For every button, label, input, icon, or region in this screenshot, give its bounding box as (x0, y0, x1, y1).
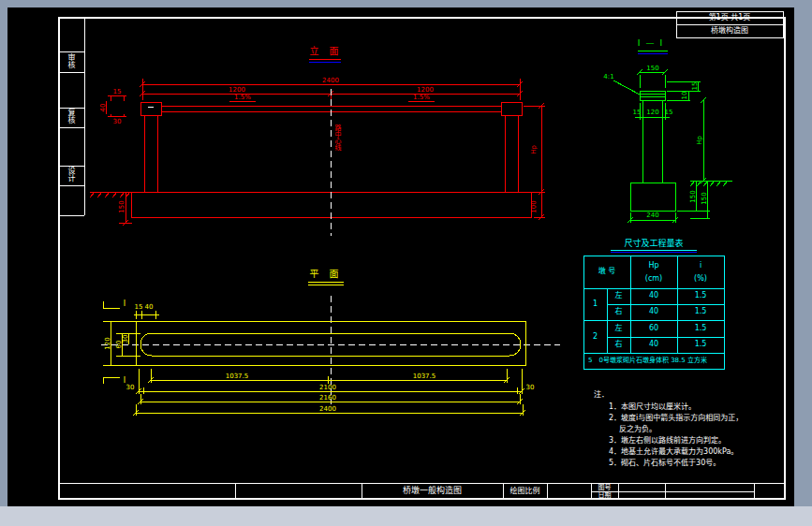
dim-footing-height: 100 (530, 200, 538, 212)
dim-end-left: 30 (126, 384, 135, 391)
table-cell-pier2: 2 (583, 333, 607, 341)
table-cell-i: 1.5 (677, 325, 724, 332)
dim-body: 2100 (319, 384, 336, 391)
page-info-row1: 第1页 共1页 (676, 14, 783, 22)
note-item: 3．墩左右侧以路线前进方向判定。 (609, 437, 726, 445)
col-header-i-unit: (%) (677, 275, 724, 283)
dim-width-outer: 120 (104, 337, 111, 349)
dim-edge-left: 15 (633, 109, 642, 116)
dim-det-side: 40 (99, 104, 107, 112)
table-cell-hp: 40 (630, 341, 677, 348)
col-header-i: i (677, 262, 724, 270)
dim-det-top: 15 (113, 88, 122, 95)
table-cell-side: 右 (607, 308, 630, 315)
section-mark-top: Ⅰ (124, 300, 125, 308)
section-title: Ⅰ—Ⅰ (629, 39, 676, 48)
dim-shaft-width: 120 (646, 109, 658, 116)
dim-edge-a: 15 (135, 303, 143, 311)
dim-embed-a: 150 (689, 190, 697, 202)
dim-half-left: 1037.5 (226, 373, 249, 380)
dim-len-mid: 2160 (319, 394, 336, 402)
dim-cap-height: 10 (681, 92, 688, 100)
dim-shaft-height: Hp (696, 136, 703, 145)
table-cell-hp: 60 (630, 325, 677, 332)
centerlines (101, 89, 560, 404)
dim-width-half: 30 (122, 335, 129, 343)
dim-edge-b: 40 (145, 303, 154, 311)
elevation-title: 立 面 (302, 47, 350, 56)
table-cell-side: 左 (607, 325, 630, 332)
dim-embed: 150 (118, 200, 125, 212)
road-centerline-label: 路中心线 (333, 124, 340, 162)
table-cell-i: 1.5 (677, 341, 724, 348)
sidebar-cell-reviewer: 审核 (66, 53, 74, 72)
table-cell-i: 1.5 (677, 308, 724, 315)
table-cell-i: 1.5 (677, 292, 724, 300)
notes-label: 注． (594, 391, 609, 399)
note-item: 5．砌石、片石标号不低于30号。 (609, 460, 720, 467)
table-footer-total: 5 0号墩浆砌片石墩身体积 38.5 立方米 (588, 358, 722, 364)
table-cell-hp: 40 (630, 292, 677, 300)
note-item: 2．坡度i与图中箭头指示方向相同为正， (609, 415, 743, 422)
drawing-number-label: 图号 (591, 485, 618, 491)
dim-cap-offset: 15 (691, 82, 699, 91)
table-cell-pier1: 1 (583, 300, 607, 308)
section-linework (613, 51, 732, 223)
dim-end-right: 30 (526, 384, 535, 391)
sidebar-cell-checker: 复核 (66, 109, 74, 127)
dim-right-half: 1200 (417, 86, 434, 94)
dim-height: Hp (530, 145, 538, 154)
col-header-hp-unit: (cm) (630, 275, 677, 283)
dim-left-half: 1200 (229, 86, 245, 94)
cad-viewer-window: 2400 1200 1200 1.5% 1.5% Hp 100 15 40 30… (0, 0, 812, 526)
table-cell-side: 左 (607, 292, 630, 300)
plan-linework (103, 282, 525, 416)
dim-batter: 4:1 (603, 73, 613, 80)
dim-edge-right: 15 (665, 109, 673, 116)
drawing-title: 桥墩一般构造图 (362, 487, 503, 495)
dim-det-bottom: 30 (113, 118, 122, 125)
dim-half-right: 1037.5 (413, 373, 436, 380)
dim-overall: 2400 (322, 77, 339, 84)
col-header-pier: 墩 号 (583, 268, 630, 275)
table-cell-hp: 40 (630, 308, 677, 315)
sidebar-cell-designer: 设计 (66, 167, 74, 185)
date-label: 日期 (591, 492, 618, 499)
scale-label: 绘图比例 (503, 488, 547, 495)
plan-title: 平 面 (302, 270, 350, 279)
section-dim-labels: 150 4:1 15 120 15 240 15 10 Hp 150 150 (603, 65, 708, 219)
dim-len-total: 2400 (319, 405, 336, 413)
dim-slope-left: 1.5% (234, 94, 251, 101)
dim-slope-right: 1.5% (413, 94, 430, 101)
dim-embed-b: 150 (701, 192, 708, 204)
dim-footing-width: 240 (646, 212, 658, 219)
note-item: 反之为负。 (619, 426, 657, 433)
col-header-hp: Hp (630, 262, 677, 270)
note-item: 4．地基土允许最大承载力为300kPa。 (609, 448, 738, 456)
section-mark-bottom: Ⅰ (124, 376, 125, 385)
page-info-row2: 桥墩构造图 (676, 27, 783, 35)
elevation-linework (90, 59, 545, 226)
elevation-dim-labels: 2400 1200 1200 1.5% 1.5% Hp 100 15 40 30… (99, 77, 538, 213)
dim-cap-width: 150 (646, 65, 658, 72)
quantity-table-title: 尺寸及工程量表 (583, 240, 724, 248)
table-cell-side: 右 (607, 341, 630, 348)
note-item: 1．本图尺寸均以厘米计。 (609, 403, 696, 411)
